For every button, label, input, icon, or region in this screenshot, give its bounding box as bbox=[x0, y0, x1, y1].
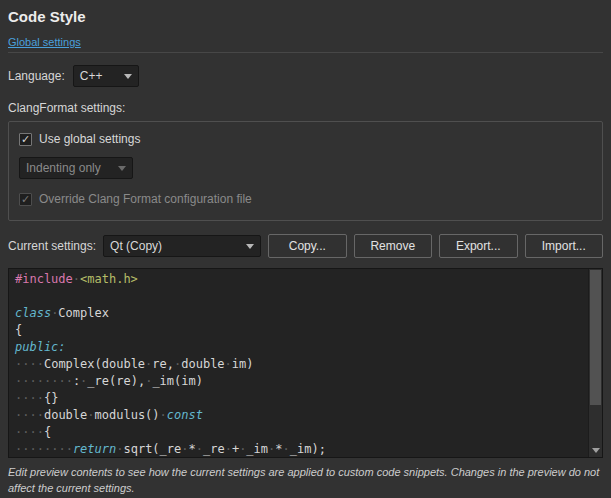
language-label: Language: bbox=[8, 69, 65, 83]
checkbox-box: ✓ bbox=[19, 133, 32, 146]
code-line: public: bbox=[15, 339, 588, 356]
indent-mode-combobox[interactable]: Indenting only bbox=[19, 157, 133, 179]
remove-button[interactable]: Remove bbox=[354, 234, 432, 258]
chevron-down-icon bbox=[118, 166, 126, 171]
code-line: class·Complex bbox=[15, 305, 588, 322]
code-line: { bbox=[15, 322, 588, 339]
chevron-down-icon bbox=[246, 244, 254, 249]
code-line: ····{} bbox=[15, 390, 588, 407]
checkbox-box: ✓ bbox=[19, 193, 32, 206]
clangformat-groupbox: ✓ Use global settings Indenting only ✓ O… bbox=[8, 121, 603, 221]
clangformat-settings-label: ClangFormat settings: bbox=[8, 101, 603, 115]
triangle-down-icon bbox=[592, 448, 600, 453]
indent-mode-value: Indenting only bbox=[26, 161, 101, 175]
header-separator bbox=[8, 52, 603, 53]
language-combobox-value: C++ bbox=[80, 69, 103, 83]
code-preview-editor[interactable]: #include·<math.h> class·Complex{public:·… bbox=[8, 268, 603, 458]
language-combobox[interactable]: C++ bbox=[73, 65, 139, 87]
scrollbar-down-button[interactable] bbox=[589, 443, 602, 457]
chevron-down-icon bbox=[124, 74, 132, 79]
code-line: #include·<math.h> bbox=[15, 271, 588, 288]
code-line: ····{ bbox=[15, 424, 588, 441]
current-settings-combobox[interactable]: Qt (Copy) bbox=[103, 235, 261, 257]
export-button[interactable]: Export... bbox=[439, 234, 517, 258]
current-settings-row: Current settings: Qt (Copy) Copy... Remo… bbox=[8, 234, 603, 258]
vertical-scrollbar[interactable] bbox=[588, 269, 602, 457]
override-config-checkbox[interactable]: ✓ Override Clang Format configuration fi… bbox=[19, 192, 592, 206]
copy-button[interactable]: Copy... bbox=[268, 234, 346, 258]
code-line: ····Complex(double·re,·double·im) bbox=[15, 356, 588, 373]
footer-note: Edit preview contents to see how the cur… bbox=[8, 465, 603, 497]
scrollbar-thumb[interactable] bbox=[590, 270, 601, 405]
language-row: Language: C++ bbox=[8, 65, 603, 87]
code-line bbox=[15, 288, 588, 305]
code-line: ········return·sqrt(_re·*·_re·+·_im·*·_i… bbox=[15, 441, 588, 457]
page-title: Code Style bbox=[8, 8, 603, 25]
current-settings-value: Qt (Copy) bbox=[110, 239, 162, 253]
code-line: ········:·_re(re),·_im(im) bbox=[15, 373, 588, 390]
check-icon: ✓ bbox=[21, 134, 30, 145]
override-config-label: Override Clang Format configuration file bbox=[39, 192, 252, 206]
use-global-settings-label: Use global settings bbox=[39, 132, 140, 146]
global-settings-link[interactable]: Global settings bbox=[8, 36, 81, 48]
code-style-page: Code Style Global settings Language: C++… bbox=[0, 0, 611, 497]
code-editor-content: #include·<math.h> class·Complex{public:·… bbox=[9, 269, 588, 457]
import-button[interactable]: Import... bbox=[525, 234, 603, 258]
code-line: ····double·modulus()·const bbox=[15, 407, 588, 424]
current-settings-label: Current settings: bbox=[8, 239, 96, 253]
check-icon: ✓ bbox=[21, 194, 30, 205]
use-global-settings-checkbox[interactable]: ✓ Use global settings bbox=[19, 132, 592, 146]
